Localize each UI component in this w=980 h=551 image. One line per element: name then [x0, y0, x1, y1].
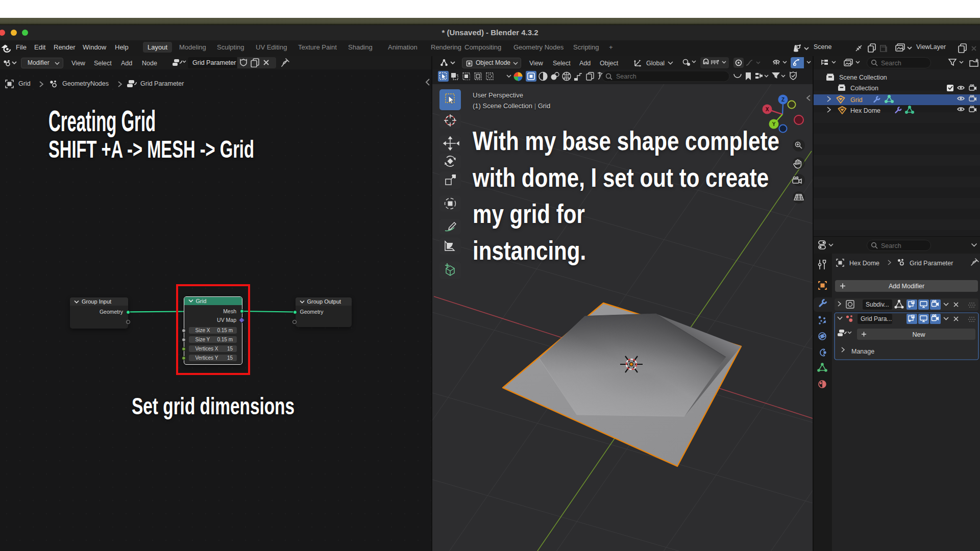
svg-text:Add Modifier: Add Modifier: [889, 283, 924, 290]
svg-text:Manage: Manage: [851, 348, 874, 355]
svg-text:Subdiv...: Subdiv...: [866, 301, 889, 308]
svg-text:Collection: Collection: [850, 85, 878, 92]
svg-text:Search: Search: [616, 73, 636, 80]
svg-text:Grid Parameter: Grid Parameter: [910, 260, 953, 267]
svg-text:Grid Para...: Grid Para...: [861, 315, 892, 322]
svg-text:Z: Z: [781, 97, 785, 103]
svg-text:Hex Dome: Hex Dome: [850, 107, 880, 114]
svg-text:Hex Dome: Hex Dome: [849, 260, 879, 267]
svg-text:Grid: Grid: [850, 96, 863, 104]
svg-text:New: New: [912, 331, 925, 338]
svg-text:X: X: [766, 107, 769, 112]
svg-text:Scene Collection: Scene Collection: [839, 74, 887, 81]
